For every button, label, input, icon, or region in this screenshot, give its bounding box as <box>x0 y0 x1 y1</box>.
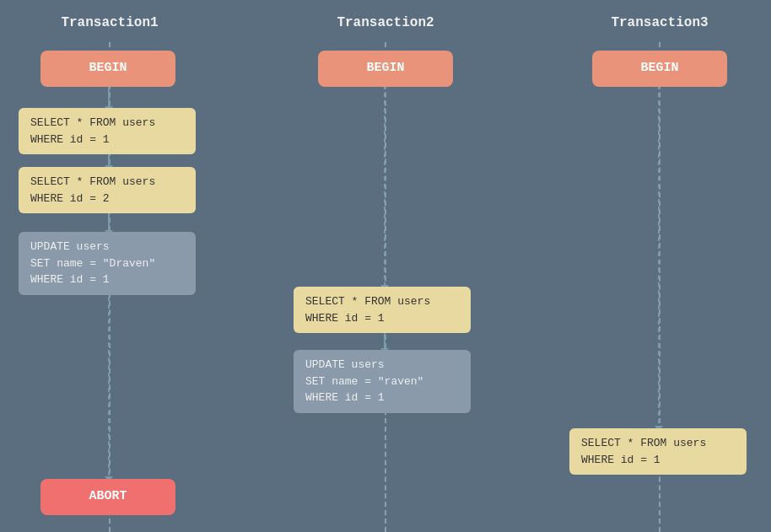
t3-select-box: SELECT * FROM usersWHERE id = 1 <box>569 428 747 475</box>
diagram-container: Transaction1 Transaction2 Transaction3 <box>0 0 771 532</box>
t1-update-box: UPDATE usersSET name = "Draven"WHERE id … <box>19 232 196 295</box>
t3-begin-box: BEGIN <box>592 51 727 87</box>
t1-select1-box: SELECT * FROM usersWHERE id = 1 <box>19 108 196 154</box>
t1-select2-box: SELECT * FROM usersWHERE id = 2 <box>19 167 196 213</box>
t1-abort-box: ABORT <box>40 479 175 515</box>
header-t1: Transaction1 <box>25 15 194 30</box>
t2-select-box: SELECT * FROM usersWHERE id = 1 <box>294 287 471 333</box>
t2-begin-box: BEGIN <box>318 51 453 87</box>
header-t2: Transaction2 <box>301 15 470 30</box>
t2-update-box: UPDATE usersSET name = "raven"WHERE id =… <box>294 350 471 413</box>
header-t3: Transaction3 <box>575 15 744 30</box>
t1-begin-box: BEGIN <box>40 51 175 87</box>
